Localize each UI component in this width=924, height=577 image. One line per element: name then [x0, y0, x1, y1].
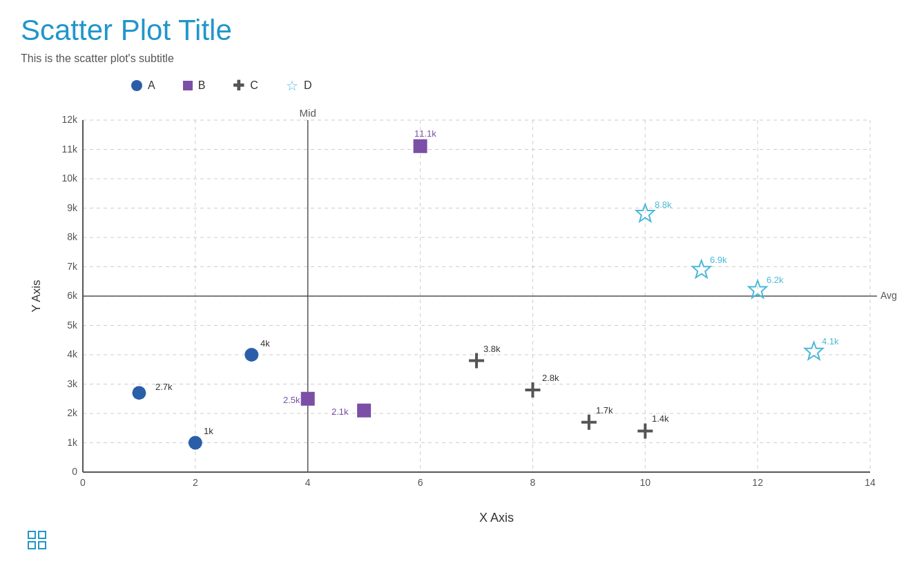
- data-label-c2: 2.8k: [542, 373, 559, 383]
- chart-title: Scatter Plot Title: [21, 14, 903, 47]
- chart-subtitle: This is the scatter plot's subtitle: [21, 52, 903, 65]
- svg-text:4k: 4k: [67, 349, 78, 360]
- svg-text:10: 10: [640, 477, 651, 488]
- legend-item-a: A: [131, 79, 155, 92]
- svg-rect-43: [469, 360, 484, 362]
- data-point-b2: [357, 404, 371, 418]
- data-point-c1: [469, 353, 484, 369]
- data-label-b2: 2.1k: [331, 407, 349, 417]
- svg-marker-53: [805, 342, 823, 360]
- svg-text:4: 4: [305, 477, 311, 488]
- legend-item-d: ☆ D: [286, 79, 312, 92]
- data-label-b1: 2.5k: [283, 395, 300, 405]
- data-label-d2: 6.9k: [710, 255, 727, 265]
- data-point-a1: [132, 386, 146, 400]
- data-point-b3: [414, 139, 427, 153]
- svg-text:12k: 12k: [61, 114, 78, 125]
- svg-text:3k: 3k: [67, 378, 78, 389]
- svg-text:0: 0: [80, 477, 86, 488]
- grid-lines-horizontal: [83, 120, 870, 443]
- svg-marker-51: [693, 260, 711, 277]
- svg-rect-45: [525, 389, 540, 391]
- data-point-c2: [525, 382, 540, 398]
- legend-label-c: C: [250, 79, 258, 92]
- svg-text:7k: 7k: [67, 261, 78, 272]
- data-label-d1: 8.8k: [655, 199, 672, 210]
- svg-text:2: 2: [193, 477, 198, 488]
- data-label-d4: 4.1k: [822, 336, 839, 346]
- data-point-a2: [189, 436, 202, 450]
- ref-line-mid-label: Mid: [300, 107, 316, 119]
- svg-text:1k: 1k: [67, 437, 78, 448]
- svg-text:8: 8: [530, 477, 536, 488]
- grid-icon-4: [38, 541, 46, 549]
- y-axis-label: Y Axis: [30, 280, 43, 313]
- scatter-plot-svg: 0 2 4 6 8 10 12 14 0 1k 2k 3k 4k 5k 6k 7…: [28, 106, 898, 507]
- data-label-c3: 1.7k: [596, 405, 613, 415]
- y-tick-labels: 0 1k 2k 3k 4k 5k 6k 7k 8k 9k 10k 11k 12k: [61, 114, 78, 477]
- data-point-a3: [244, 348, 258, 362]
- data-label-b3: 11.1k: [414, 128, 436, 139]
- data-point-b1: [301, 392, 315, 406]
- grid-icon-1: [28, 531, 36, 539]
- svg-text:12: 12: [752, 477, 763, 488]
- svg-text:8k: 8k: [67, 231, 78, 242]
- chart-legend: A B ✚ C ☆ D: [131, 79, 903, 92]
- svg-text:6: 6: [418, 477, 423, 488]
- data-label-a1: 2.7k: [155, 382, 173, 392]
- legend-square-icon: [183, 81, 193, 90]
- svg-text:14: 14: [865, 477, 876, 488]
- data-point-c4: [637, 424, 653, 439]
- legend-star-icon: ☆: [286, 79, 298, 92]
- data-label-c1: 3.8k: [483, 344, 501, 354]
- svg-text:5k: 5k: [67, 320, 78, 331]
- bottom-icon-grid: [28, 531, 903, 549]
- legend-plus-icon: ✚: [233, 79, 244, 92]
- data-label-a3: 4k: [260, 338, 270, 349]
- data-point-d4: [805, 342, 823, 360]
- x-tick-labels: 0 2 4 6 8 10 12 14: [80, 477, 876, 488]
- svg-text:10k: 10k: [61, 173, 78, 184]
- legend-label-a: A: [148, 79, 155, 92]
- svg-text:6k: 6k: [67, 290, 78, 301]
- data-point-d2: [693, 260, 711, 277]
- data-point-c3: [581, 415, 597, 430]
- svg-text:2k: 2k: [67, 407, 78, 418]
- svg-text:9k: 9k: [67, 202, 78, 213]
- x-axis-label: X Axis: [90, 511, 903, 525]
- grid-icon-3: [28, 541, 36, 549]
- svg-rect-49: [637, 430, 653, 433]
- legend-item-b: B: [183, 79, 206, 92]
- legend-item-c: ✚ C: [233, 79, 258, 92]
- legend-label-b: B: [198, 79, 206, 92]
- ref-line-avg-label: Avg (est): [880, 290, 898, 301]
- legend-circle-icon: [131, 80, 142, 91]
- legend-label-d: D: [304, 79, 312, 92]
- data-label-d3: 6.2k: [767, 275, 784, 285]
- data-label-c4: 1.4k: [652, 413, 669, 424]
- svg-text:0: 0: [72, 466, 77, 477]
- scatter-plot-area: 0 2 4 6 8 10 12 14 0 1k 2k 3k 4k 5k 6k 7…: [28, 106, 898, 507]
- svg-text:11k: 11k: [61, 144, 78, 155]
- svg-rect-47: [581, 421, 597, 424]
- data-label-a2: 1k: [204, 426, 213, 436]
- grid-icon-2: [38, 531, 46, 539]
